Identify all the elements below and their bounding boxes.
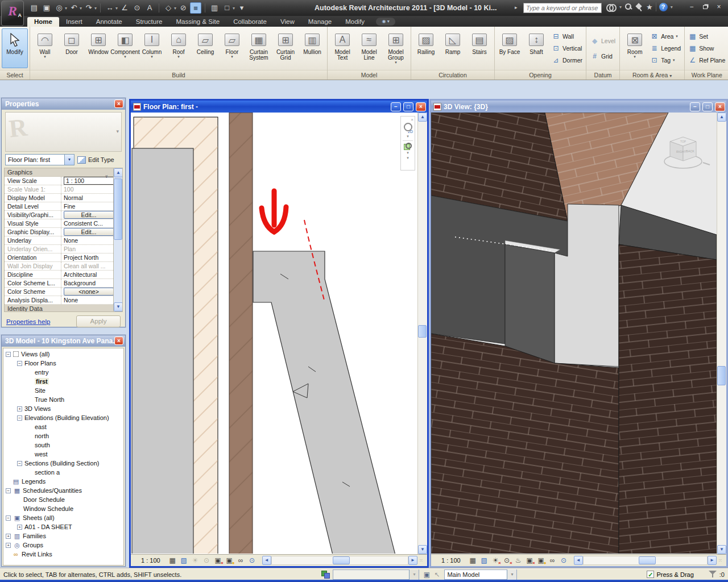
shaft-button[interactable]: ↕Shaft [523,28,549,68]
tab-modify[interactable]: Modify [338,17,371,27]
ribbon-display-toggle-icon[interactable]: ◉ ▾ [376,18,395,26]
property-row-visual-style-value[interactable]: Consistent C... [61,219,113,227]
workset-dropdown-icon[interactable]: ▾ [409,569,419,580]
floor-plan-maximize-icon[interactable]: □ [403,102,413,111]
tag-button[interactable]: ⊡Tag▾ [650,55,681,66]
ramp-button[interactable]: ◺Ramp [440,28,466,68]
help-icon[interactable]: ? [659,3,668,11]
panel-label-select[interactable]: Select [0,70,30,80]
view-scale-button[interactable]: 1 : 100 [141,557,160,564]
model-text-button[interactable]: AModel Text [329,28,355,68]
crop-region-icon[interactable]: ▣● [536,556,546,565]
tab-manage[interactable]: Manage [301,17,339,27]
curtain-system-button[interactable]: ▦Curtain System [246,28,272,68]
scroll-left-icon[interactable]: ◄ [574,556,583,565]
scroll-right-icon[interactable]: ► [708,556,717,565]
scroll-down-icon[interactable]: ▼ [717,545,726,554]
expand-icon[interactable]: + [17,525,22,530]
wheel-dropdown-icon[interactable]: ▾ [407,134,409,139]
dormer-button[interactable]: ⊿Dormer [552,55,582,66]
view-3d-vertical-scrollbar[interactable]: ▲ ▼ [717,113,726,554]
steering-wheel-icon[interactable] [404,123,412,131]
scrollbar-thumb[interactable] [114,178,122,240]
design-option-dropdown[interactable]: Main Model ▾ [444,569,517,580]
thin-lines-icon[interactable]: ≡ [190,2,201,14]
undo-dropdown-icon[interactable]: ▾ [80,6,82,11]
sync-icon[interactable]: ◎ [53,2,65,14]
floor-plan-titlebar[interactable]: Floor Plan: first - − □ × [131,101,427,113]
active-only-icon[interactable]: ↖ [432,570,442,579]
tab-structure[interactable]: Structure [129,17,169,27]
wall-button[interactable]: ◠Wall▾ [32,28,58,68]
redo-icon[interactable]: ↷ [83,2,94,14]
component-button[interactable]: ◧Component▾ [112,28,138,68]
temporary-hide-icon[interactable]: ∞ [548,556,557,565]
expand-icon[interactable]: + [6,543,11,548]
text-icon[interactable]: A [144,2,155,14]
section-collapse-icon[interactable]: « [104,168,111,178]
area-button-dropdown-icon[interactable]: ▾ [676,34,678,39]
crop-region-icon[interactable]: ▣● [225,556,234,565]
sync-dropdown-icon[interactable]: ▾ [65,6,67,11]
properties-help-link[interactable]: Properties help [6,318,50,325]
collapse-icon[interactable]: − [17,415,22,421]
tree-item-3d-views[interactable]: +3D Views [3,404,123,413]
view-3d-titlebar[interactable]: 3D View: {3D} − □ × [431,101,726,113]
panel-label-datum[interactable]: Datum [586,70,619,80]
navbar-collapse-icon[interactable]: ▾ [407,156,409,160]
column-button[interactable]: IColumn▾ [139,28,165,68]
zoom-region-icon[interactable] [404,143,412,150]
default-3d-view-icon[interactable]: ◇ [163,2,174,14]
floor-plan-horizontal-scrollbar[interactable]: ◄ ► [262,556,417,566]
search-dropdown-icon[interactable]: ▾ [619,5,622,10]
apply-button[interactable]: Apply [76,315,121,327]
panel-flyout-icon[interactable]: ▾ [669,73,672,78]
tab-home[interactable]: Home [27,17,59,27]
type-selector-dropdown-icon[interactable]: ▾ [64,155,74,165]
scroll-up-icon[interactable]: ▲ [114,168,123,177]
by-face-button[interactable]: ▨By Face [497,28,523,68]
railing-button[interactable]: ▨Railing [413,28,439,68]
minimize-button[interactable]: − [686,3,697,13]
scrollbar-thumb[interactable] [418,325,427,338]
set-button[interactable]: ▦Set [688,31,725,42]
zoom-dropdown-icon[interactable]: ▾ [407,151,409,155]
property-row-orientation-value[interactable]: Project North [61,253,113,261]
collapse-icon[interactable]: − [6,516,11,521]
navbar-close-icon[interactable]: × [411,117,413,122]
design-option-dropdown-icon[interactable]: ▾ [507,569,516,580]
tag-button-dropdown-icon[interactable]: ▾ [673,58,675,63]
tab-annotate[interactable]: Annotate [89,17,129,27]
tree-item-west[interactable]: west [3,450,123,459]
wall-button-dropdown-icon[interactable]: ▾ [44,55,46,59]
visual-style-icon[interactable]: ▧ [479,556,489,565]
property-row-graphic-display--value[interactable]: Edit... [61,228,113,236]
scroll-left-icon[interactable]: ◄ [262,556,271,565]
floor-button[interactable]: ▱Floor▾ [219,28,245,68]
panel-label-build[interactable]: Build [30,70,327,80]
crop-view-icon[interactable]: ▣× [213,556,223,565]
temporary-hide-icon[interactable]: ∞ [236,556,246,565]
shadows-icon[interactable]: ☀ [191,556,200,565]
property-row-visibility-graphi--button[interactable]: Edit... [64,211,113,219]
ref-plane-button[interactable]: ∠Ref Plane [688,55,725,66]
collapse-icon[interactable]: − [17,361,22,366]
switch-windows-dropdown-icon[interactable]: ▾ [233,6,235,11]
preview-dropdown-icon[interactable]: ▾ [116,128,119,134]
view-3d-close-icon[interactable]: × [715,102,725,111]
scrollbar-thumb[interactable] [717,366,726,385]
properties-scrollbar[interactable]: ▲ ▼ [113,168,122,311]
tag-by-category-icon[interactable]: ⊙ [131,2,143,14]
window-button[interactable]: ⊞Window [85,28,111,68]
show-button[interactable]: ▦Show [688,43,725,54]
view-3d-minimize-icon[interactable]: − [690,102,700,111]
property-row-display-model-value[interactable]: Normal [61,194,113,202]
search-input[interactable] [523,3,602,13]
subscription-center-icon[interactable] [624,3,632,11]
grid-button[interactable]: #Grid [590,51,615,61]
property-row-identity-data[interactable]: Identity Data« [5,305,113,312]
tree-item-east[interactable]: east [3,422,123,431]
tree-item-first[interactable]: first [3,377,123,386]
application-menu-button[interactable]: RA [1,1,24,26]
checkbox-check-icon[interactable]: ✓ [647,571,654,578]
